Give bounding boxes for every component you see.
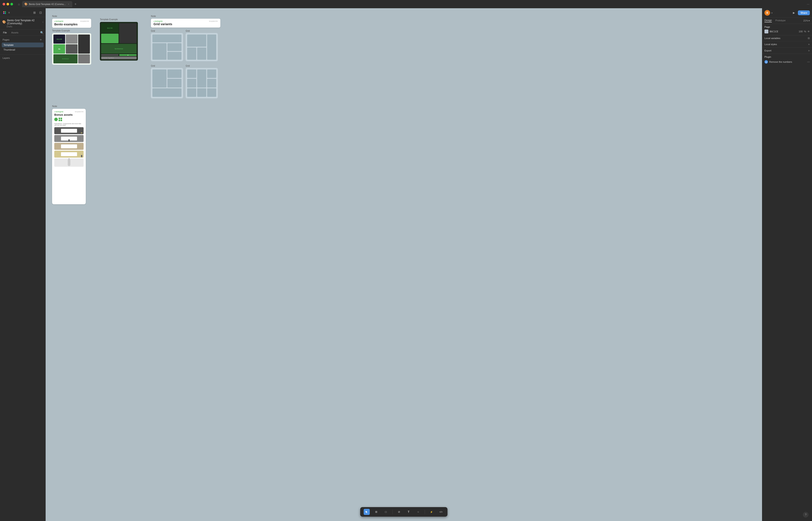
code-tool[interactable]: </> (438, 509, 444, 515)
add-export-button[interactable]: + (808, 49, 810, 52)
bottle-img (54, 158, 84, 167)
page-section: Page B6C1CE 100 % 👁 (762, 24, 812, 36)
user-chevron-icon: ▾ (771, 12, 772, 14)
figma-icon (3, 11, 6, 14)
rectangle-tool[interactable]: □ (383, 509, 389, 515)
grid-preview-4 (186, 68, 218, 98)
add-page-button[interactable]: + (39, 38, 43, 42)
assets-panel-toggle[interactable]: ⊡ (38, 10, 43, 15)
figma-logo[interactable] (2, 10, 7, 15)
svg-rect-0 (3, 11, 4, 13)
grid-item-4: Grid (186, 65, 218, 98)
traffic-lights (3, 3, 13, 5)
frame-tool[interactable]: ⊞ (373, 509, 379, 515)
billboard-img-2 (54, 135, 84, 142)
zoom-control[interactable]: 21% ▾ (803, 19, 810, 22)
help-button[interactable]: ? (803, 512, 809, 518)
layers-panel-toggle[interactable]: ⊞ (32, 10, 37, 15)
grid-label-2: Grid (186, 30, 218, 32)
bonus-assets-section: Note ● bentogridz template/info Bonus as… (52, 105, 86, 204)
canvas-area[interactable]: Note ● bentogridz template/info Bento ex… (46, 8, 762, 521)
browser-home-button[interactable]: ⌂ (17, 2, 21, 6)
grid-label-3: Grid (151, 65, 183, 67)
design-prototype-tabs: Design Prototype 21% ▾ (762, 18, 812, 24)
component-tool[interactable]: ⚡ (428, 509, 434, 515)
billboard-img-3 (54, 143, 84, 150)
select-tool[interactable] (364, 509, 370, 515)
text-tool[interactable]: T (406, 509, 412, 515)
tab-title: Bento Grid Template #2 (Commu... (29, 3, 66, 5)
page-item-thumbnail[interactable]: Thumbnail (2, 47, 44, 52)
tab-prototype[interactable]: Prototype (775, 19, 786, 22)
user-profile[interactable]: B ▾ (764, 10, 772, 16)
bento-preview-2: $12.99 technerux ● Urbanist Typeface (100, 22, 138, 61)
right-panel-header: B ▾ ▶ Share (762, 8, 812, 18)
ellipse-tool[interactable]: ○ (415, 509, 421, 515)
traffic-light-yellow[interactable] (6, 3, 9, 5)
tab-design[interactable]: Design (764, 19, 772, 22)
pages-label: Pages (3, 39, 9, 41)
app-container: ≡ ⊞ ⊡ 🎨 Bento Grid Template #2 (Communit… (0, 8, 812, 521)
grid-row-2: Grid Grid (151, 65, 220, 98)
layers-section: Layers (0, 54, 45, 62)
play-button[interactable]: ▶ (791, 10, 796, 16)
color-hex-value: B6C1CE (770, 30, 779, 33)
plugin-title: Plugin (764, 55, 810, 58)
assets-tab[interactable]: Assets (10, 30, 20, 35)
bonus-assets-card: ● bentogridz template/info Bonus assets (52, 109, 86, 204)
tab-close-button[interactable]: × (67, 3, 70, 6)
browser-chrome: ⌂ 🎨 Bento Grid Template #2 (Commu... × +… (0, 0, 812, 8)
export-label: Export (764, 49, 771, 52)
template-example-2-section: Template Example $12.99 technerux ● Urba… (100, 15, 138, 61)
visibility-toggle[interactable]: 👁 (808, 30, 810, 33)
project-emoji: 🎨 (2, 20, 6, 24)
grid-variants-section: Note ● bentogridz template/info Grid var… (151, 15, 220, 98)
zoom-chevron-icon: ▾ (809, 19, 810, 22)
bento-examples-card: ● bentogridz template/info Bento example… (52, 19, 91, 28)
billboard-images: 🚕 (54, 127, 84, 167)
add-local-style-button[interactable]: + (808, 43, 810, 46)
bento-preview-1: $12.99 Aa technerux (52, 33, 91, 65)
layers-section-header: Layers (2, 56, 44, 60)
toolbar-divider-2 (425, 510, 425, 514)
project-name-row[interactable]: 🎨 Bento Grid Template #2 (Community) › (2, 19, 43, 25)
tab-emoji: 🎨 (24, 3, 27, 6)
new-tab-button[interactable]: + (73, 2, 78, 6)
svg-rect-2 (3, 13, 4, 14)
billboard-img-1: 🚕 (54, 127, 84, 134)
plugin-name: Remove the numbers (769, 61, 792, 63)
plugin-collapse-button[interactable]: — (807, 60, 810, 63)
plugin-section: Plugin ◎ Remove the numbers — (762, 54, 812, 66)
percent-sign: % (804, 30, 806, 33)
page-color-swatch[interactable] (764, 29, 768, 33)
share-button[interactable]: Share (798, 10, 810, 15)
browser-more-button[interactable]: ··· (807, 2, 809, 6)
note-label-2: Note (151, 15, 220, 17)
local-styles-label: Local styles (764, 43, 777, 46)
search-button[interactable]: 🔍 (40, 31, 44, 34)
grid-item-1: Grid (151, 30, 183, 61)
local-variables-label: Local variables (764, 37, 780, 40)
bonus-assets-title: Bonus assets (54, 113, 84, 116)
sidebar-menu-toggle[interactable]: ≡ (8, 11, 10, 14)
billboard-img-4 (54, 151, 84, 158)
note-label-3: Note (52, 105, 86, 108)
page-title: Page (764, 26, 810, 28)
traffic-light-green[interactable] (10, 3, 13, 5)
local-styles-row: Local styles + (762, 41, 812, 48)
grid-item-2: Grid (186, 30, 218, 61)
page-item-template[interactable]: Template (2, 43, 44, 47)
traffic-light-red[interactable] (3, 3, 5, 5)
color-row: B6C1CE 100 % 👁 (764, 29, 810, 33)
plugin-icon: ◎ (764, 60, 768, 64)
bonus-icon-grid (59, 118, 62, 121)
bonus-icon-circle (54, 118, 58, 121)
cursor-icon (365, 511, 368, 514)
mask-tool[interactable]: ⊘ (396, 509, 402, 515)
right-panel: B ▾ ▶ Share Design Prototype 21% ▾ Page … (762, 8, 812, 521)
header-actions: ▶ Share (791, 10, 810, 16)
grid-row-1: Grid Grid (151, 30, 220, 61)
file-tab[interactable]: File (2, 30, 8, 35)
browser-tab-active[interactable]: 🎨 Bento Grid Template #2 (Commu... × (22, 1, 72, 7)
local-variables-action[interactable]: ⊞ (808, 37, 810, 40)
